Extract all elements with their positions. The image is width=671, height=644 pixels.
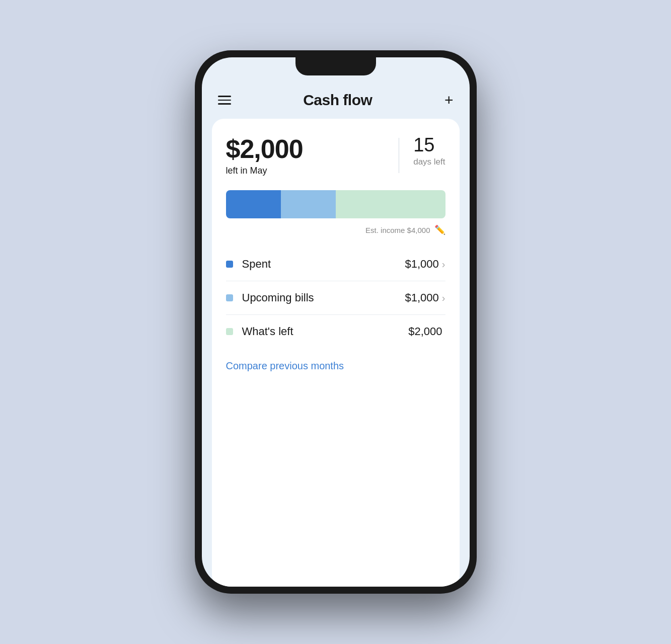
bills-item[interactable]: Upcoming bills $1,000 › xyxy=(226,281,445,315)
amount-label: left in May xyxy=(226,166,385,176)
days-number: 15 xyxy=(413,135,434,156)
spent-dot xyxy=(226,261,233,268)
bills-label: Upcoming bills xyxy=(242,291,405,304)
phone-notch xyxy=(295,57,376,75)
bills-dot xyxy=(226,294,233,301)
main-card: $2,000 left in May 15 days left xyxy=(212,119,460,587)
hamburger-line-1 xyxy=(218,96,231,97)
hamburger-line-3 xyxy=(218,103,231,105)
progress-spent xyxy=(226,190,281,218)
main-amount: $2,000 xyxy=(226,135,385,164)
left-amount: $2,000 xyxy=(408,325,442,338)
hamburger-line-2 xyxy=(218,100,231,101)
progress-bills xyxy=(281,190,336,218)
compare-link[interactable]: Compare previous months xyxy=(226,360,344,372)
days-label: days left xyxy=(413,157,445,167)
summary-row: $2,000 left in May 15 days left xyxy=(226,135,445,176)
spent-item[interactable]: Spent $1,000 › xyxy=(226,248,445,281)
page-title: Cash flow xyxy=(303,92,372,109)
app-header: Cash flow + xyxy=(202,83,470,119)
spent-label: Spent xyxy=(242,258,405,271)
bills-amount: $1,000 xyxy=(405,291,439,304)
edit-icon[interactable]: ✏️ xyxy=(434,224,445,235)
left-label: What's left xyxy=(242,325,409,338)
spent-chevron: › xyxy=(442,259,445,270)
left-dot xyxy=(226,328,233,335)
days-section: 15 days left xyxy=(413,135,445,167)
est-income-text: Est. income $4,000 xyxy=(365,226,430,234)
phone-screen: Cash flow + $2,000 left in May 15 days l… xyxy=(202,57,470,587)
bills-chevron: › xyxy=(442,292,445,304)
whats-left-item: What's left $2,000 xyxy=(226,315,445,348)
progress-left xyxy=(336,190,445,218)
spent-amount: $1,000 xyxy=(405,258,439,271)
menu-button[interactable] xyxy=(218,96,231,105)
add-button[interactable]: + xyxy=(444,93,454,108)
vertical-divider xyxy=(399,138,399,173)
phone-frame: Cash flow + $2,000 left in May 15 days l… xyxy=(195,50,477,594)
progress-bar xyxy=(226,190,445,218)
est-income-row: Est. income $4,000 ✏️ xyxy=(226,224,445,235)
items-list: Spent $1,000 › Upcoming bills $1,000 › xyxy=(226,248,445,348)
amount-section: $2,000 left in May xyxy=(226,135,385,176)
